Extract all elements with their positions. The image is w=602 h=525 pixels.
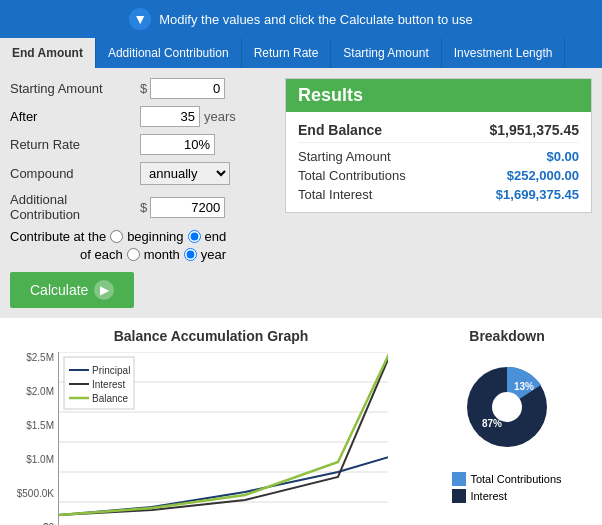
after-label: After bbox=[10, 109, 140, 124]
total-interest-row: Total Interest $1,699,375.45 bbox=[298, 185, 579, 204]
month-radio[interactable] bbox=[127, 248, 140, 261]
additional-contrib-row: Additional Contribution $ bbox=[10, 192, 275, 222]
starting-amount-prefix: $ bbox=[140, 81, 147, 96]
svg-text:Principal: Principal bbox=[92, 365, 130, 376]
tab-additional-contribution[interactable]: Additional Contribution bbox=[96, 38, 242, 68]
right-panel: Results End Balance $1,951,375.45 Starti… bbox=[285, 78, 592, 308]
total-contrib-row: Total Contributions $252,000.00 bbox=[298, 166, 579, 185]
year-radio[interactable] bbox=[184, 248, 197, 261]
y-label-500k: $500.0K bbox=[17, 488, 54, 499]
end-radio[interactable] bbox=[188, 230, 201, 243]
top-bar-message: Modify the values and click the Calculat… bbox=[159, 12, 473, 27]
total-contrib-label: Total Contributions bbox=[298, 168, 406, 183]
starting-amount-input[interactable] bbox=[150, 78, 225, 99]
y-axis: $2.5M $2.0M $1.5M $1.0M $500.0K $0 bbox=[10, 352, 54, 525]
end-label: end bbox=[205, 229, 227, 244]
results-table: End Balance $1,951,375.45 Starting Amoun… bbox=[286, 112, 591, 212]
breakdown-section: Breakdown 13% 87% Total Contributions bbox=[422, 328, 592, 525]
results-starting-label: Starting Amount bbox=[298, 149, 391, 164]
after-unit: years bbox=[204, 109, 236, 124]
graph-svg: Principal Interest Balance bbox=[58, 352, 388, 525]
top-bar: ▼ Modify the values and click the Calcul… bbox=[0, 0, 602, 38]
results-title: Results bbox=[286, 79, 591, 112]
graph-section: Balance Accumulation Graph $2.5M $2.0M $… bbox=[10, 328, 412, 525]
starting-amount-label: Starting Amount bbox=[10, 81, 140, 96]
y-label-20m: $2.0M bbox=[26, 386, 54, 397]
end-balance-label: End Balance bbox=[298, 122, 382, 138]
compound-label: Compound bbox=[10, 166, 140, 181]
svg-text:Balance: Balance bbox=[92, 393, 129, 404]
additional-contrib-prefix: $ bbox=[140, 200, 147, 215]
interest-color-swatch bbox=[452, 489, 466, 503]
svg-text:87%: 87% bbox=[482, 418, 502, 429]
year-label: year bbox=[201, 247, 226, 262]
svg-text:Interest: Interest bbox=[92, 379, 126, 390]
return-rate-label: Return Rate bbox=[10, 137, 140, 152]
y-label-10m: $1.0M bbox=[26, 454, 54, 465]
total-interest-value: $1,699,375.45 bbox=[496, 187, 579, 202]
tab-end-amount[interactable]: End Amount bbox=[0, 38, 96, 68]
contributions-legend-label: Total Contributions bbox=[470, 473, 561, 485]
month-label: month bbox=[144, 247, 180, 262]
beginning-label: beginning bbox=[127, 229, 183, 244]
of-each-label: of each bbox=[80, 247, 123, 262]
after-input[interactable] bbox=[140, 106, 200, 127]
results-starting-value: $0.00 bbox=[546, 149, 579, 164]
pie-chart: 13% 87% bbox=[452, 352, 562, 462]
graph-canvas-container: Principal Interest Balance 0yr 10yr 20yr… bbox=[58, 352, 412, 525]
total-contrib-value: $252,000.00 bbox=[507, 168, 579, 183]
breakdown-legend: Total Contributions Interest bbox=[452, 472, 561, 506]
bottom-section: Balance Accumulation Graph $2.5M $2.0M $… bbox=[0, 318, 602, 525]
tab-starting-amount[interactable]: Starting Amount bbox=[331, 38, 441, 68]
additional-contrib-input[interactable] bbox=[150, 197, 225, 218]
after-row: After years bbox=[10, 106, 275, 127]
graph-title: Balance Accumulation Graph bbox=[10, 328, 412, 344]
top-bar-arrow-icon: ▼ bbox=[129, 8, 151, 30]
tabs-container: End Amount Additional Contribution Retur… bbox=[0, 38, 602, 68]
calculate-label: Calculate bbox=[30, 282, 88, 298]
beginning-radio[interactable] bbox=[110, 230, 123, 243]
contributions-color-swatch bbox=[452, 472, 466, 486]
end-balance-row: End Balance $1,951,375.45 bbox=[298, 120, 579, 143]
contribute-at-label: Contribute at the bbox=[10, 229, 106, 244]
return-rate-row: Return Rate bbox=[10, 134, 275, 155]
tab-investment-length[interactable]: Investment Length bbox=[442, 38, 566, 68]
y-label-15m: $1.5M bbox=[26, 420, 54, 431]
results-starting-amount-row: Starting Amount $0.00 bbox=[298, 147, 579, 166]
left-panel: Starting Amount $ After years Return Rat… bbox=[10, 78, 275, 308]
results-box: Results End Balance $1,951,375.45 Starti… bbox=[285, 78, 592, 213]
breakdown-legend-interest: Interest bbox=[452, 489, 561, 503]
breakdown-legend-contributions: Total Contributions bbox=[452, 472, 561, 486]
y-label-25m: $2.5M bbox=[26, 352, 54, 363]
compound-select[interactable]: annually semi-annually quarterly monthly… bbox=[140, 162, 230, 185]
starting-amount-row: Starting Amount $ bbox=[10, 78, 275, 99]
calculate-button[interactable]: Calculate ▶ bbox=[10, 272, 134, 308]
compound-row: Compound annually semi-annually quarterl… bbox=[10, 162, 275, 185]
end-balance-value: $1,951,375.45 bbox=[489, 122, 579, 138]
breakdown-title: Breakdown bbox=[469, 328, 544, 344]
contribute-row: Contribute at the beginning end of each … bbox=[10, 229, 275, 262]
svg-text:13%: 13% bbox=[514, 381, 534, 392]
total-interest-label: Total Interest bbox=[298, 187, 372, 202]
return-rate-input[interactable] bbox=[140, 134, 215, 155]
additional-contrib-label: Additional Contribution bbox=[10, 192, 140, 222]
tab-return-rate[interactable]: Return Rate bbox=[242, 38, 332, 68]
calculate-arrow-icon: ▶ bbox=[94, 280, 114, 300]
interest-legend-label: Interest bbox=[470, 490, 507, 502]
